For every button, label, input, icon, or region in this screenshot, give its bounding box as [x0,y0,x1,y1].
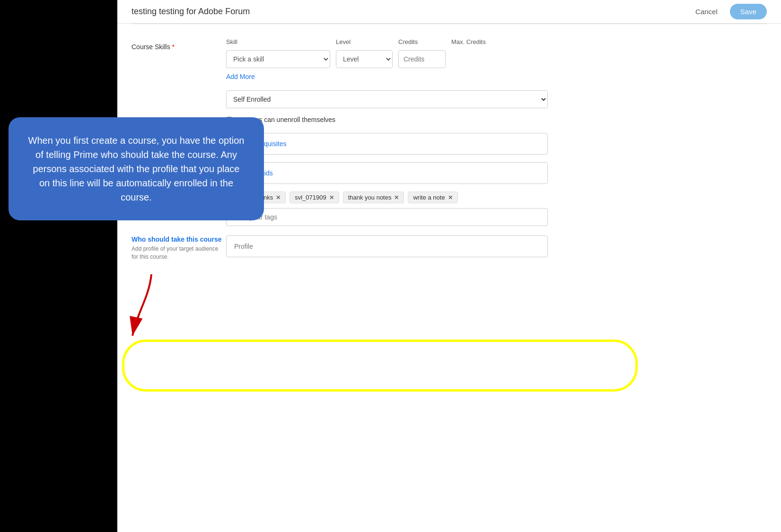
unenroll-checkbox-row: Learners can unenroll themselves [226,116,767,123]
sidebar [0,0,117,532]
tags-chips: notes of thanks ✕ svl_071909 ✕ thank you… [226,192,767,203]
skills-inputs: Pick a skill Level [226,50,767,68]
callout-text: When you first create a course, you have… [28,135,245,202]
required-star: * [172,43,175,51]
tags-content: notes of thanks ✕ svl_071909 ✕ thank you… [226,192,767,226]
course-skills-row: Course Skills * Skill Level Credits Max.… [132,38,767,81]
top-bar-actions: Cancel Save [689,4,767,19]
tag-chip-2: svl_071909 ✕ [290,192,339,203]
add-more-link[interactable]: Add More [226,73,255,80]
skills-header: Skill Level Credits Max. Credits [226,38,767,47]
tag-label-4: write a note [413,194,445,201]
tag-remove-3[interactable]: ✕ [394,194,399,201]
job-aids-box[interactable]: Add Job Aids [226,162,548,184]
who-row: Who should take this course Add profile … [132,235,767,261]
enrollment-row: Self Enrolled [132,90,767,108]
skill-select[interactable]: Pick a skill [226,50,330,68]
who-sublabel: Add profile of your target audience for … [132,245,226,261]
cancel-button[interactable]: Cancel [689,5,724,18]
tags-input[interactable] [226,208,548,226]
level-select[interactable]: Level [336,50,393,68]
who-label-block: Who should take this course Add profile … [132,235,226,261]
skills-table: Skill Level Credits Max. Credits Pick a … [226,38,767,81]
callout-box: When you first create a course, you have… [9,117,264,220]
tag-label-2: svl_071909 [295,194,326,201]
level-col-header: Level [336,38,393,45]
main-content: testing testing for Adobe Forum Cancel S… [117,0,781,532]
credits-col-header: Credits [398,38,446,45]
tag-remove-2[interactable]: ✕ [329,194,334,201]
profile-input[interactable] [226,235,548,257]
credits-input[interactable] [398,50,446,68]
page-title: testing testing for Adobe Forum [132,7,250,17]
enrollment-select[interactable]: Self Enrolled [226,90,548,108]
save-button[interactable]: Save [730,4,767,19]
tag-remove-4[interactable]: ✕ [448,194,453,201]
tag-chip-4: write a note ✕ [408,192,457,203]
max-credits-col-header: Max. Credits [451,38,508,45]
tag-remove-1[interactable]: ✕ [276,194,281,201]
who-content [226,235,767,257]
course-skills-label: Course Skills * [132,38,226,51]
prerequisites-box[interactable]: Add Prerequisites [226,133,548,155]
top-bar: testing testing for Adobe Forum Cancel S… [117,0,781,24]
skill-col-header: Skill [226,38,330,45]
tag-chip-3: thank you notes ✕ [343,192,404,203]
tag-label-3: thank you notes [348,194,392,201]
who-label: Who should take this course [132,235,226,243]
